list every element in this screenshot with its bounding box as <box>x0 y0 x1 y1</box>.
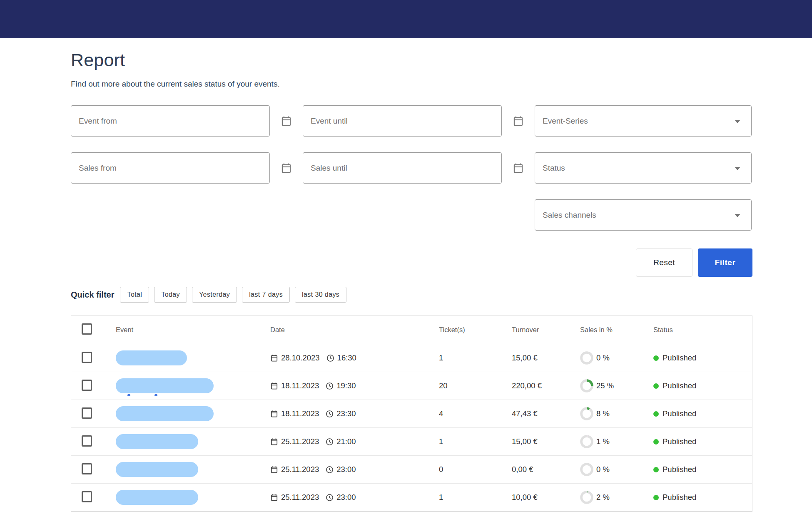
reset-button[interactable]: Reset <box>636 248 692 277</box>
select-all-checkbox[interactable] <box>82 323 92 335</box>
quick-filter-last-7-days[interactable]: last 7 days <box>242 287 290 303</box>
sales-from-input[interactable] <box>79 164 262 173</box>
tickets-count: 1 <box>439 437 512 446</box>
table-row: 25.11.2023 21:00 1 15,00 € 1 % Published <box>71 428 752 456</box>
row-checkbox[interactable] <box>82 435 92 447</box>
filter-button[interactable]: Filter <box>698 248 752 277</box>
tickets-count: 1 <box>439 353 512 363</box>
row-checkbox[interactable] <box>82 491 92 502</box>
event-name-redacted[interactable] <box>116 490 198 505</box>
status-dot-icon <box>653 439 659 445</box>
status-label: Published <box>663 381 696 390</box>
sales-donut-chart <box>580 379 593 392</box>
status-select[interactable]: Status <box>535 152 752 184</box>
date-cell: 25.11.2023 23:00 <box>270 465 439 474</box>
sales-until-input[interactable] <box>311 164 494 173</box>
chevron-down-icon <box>735 167 740 170</box>
event-name-redacted[interactable] <box>116 350 187 365</box>
turnover-value: 10,00 € <box>512 493 580 502</box>
event-from-input[interactable] <box>79 117 262 126</box>
sales-from-field[interactable] <box>71 152 270 184</box>
chevron-down-icon <box>735 120 740 123</box>
sales-until-field[interactable] <box>303 152 502 184</box>
sales-percent-label: 2 % <box>596 493 610 502</box>
table-row: 25.11.2023 23:00 1 10,00 € 2 % Published <box>71 484 752 512</box>
event-date: 25.11.2023 <box>281 437 319 446</box>
event-series-select-label: Event-Series <box>543 117 588 126</box>
quick-filter-bar: Quick filter Total Today Yesterday last … <box>71 287 752 303</box>
event-date: 25.11.2023 <box>281 465 319 474</box>
date-cell: 28.10.2023 16:30 <box>270 353 439 363</box>
top-navigation-bar <box>0 0 812 38</box>
page-subtitle: Find out more about the current sales st… <box>71 79 752 89</box>
turnover-value: 47,43 € <box>512 409 580 418</box>
calendar-icon <box>270 382 278 390</box>
sales-percent-cell: 1 % <box>580 435 653 448</box>
sales-donut-chart <box>580 435 593 448</box>
status-cell: Published <box>653 465 752 474</box>
row-checkbox[interactable] <box>82 352 92 363</box>
quick-filter-today[interactable]: Today <box>154 287 187 303</box>
status-cell: Published <box>653 493 752 502</box>
event-date: 18.11.2023 <box>281 381 319 390</box>
filter-actions: Reset Filter <box>71 248 752 277</box>
sales-from-datepicker-button[interactable] <box>281 162 292 174</box>
event-name-redacted[interactable] <box>116 406 214 421</box>
row-checkbox[interactable] <box>82 463 92 474</box>
tickets-count: 1 <box>439 493 512 502</box>
column-header-event: Event <box>116 326 270 334</box>
calendar-icon <box>281 162 292 174</box>
quick-filter-yesterday[interactable]: Yesterday <box>192 287 237 303</box>
status-cell: Published <box>653 437 752 446</box>
event-time: 21:00 <box>336 437 356 446</box>
row-checkbox[interactable] <box>82 407 92 419</box>
event-time: 23:30 <box>336 409 356 418</box>
calendar-icon <box>513 162 524 174</box>
status-label: Published <box>663 465 696 474</box>
event-date: 25.11.2023 <box>281 493 319 502</box>
event-until-field[interactable] <box>303 105 502 137</box>
event-from-field[interactable] <box>71 105 270 137</box>
sales-donut-chart <box>580 351 593 365</box>
event-until-input[interactable] <box>311 117 494 126</box>
sales-percent-label: 0 % <box>596 465 610 474</box>
quick-filter-total[interactable]: Total <box>120 287 149 303</box>
table-row: 25.11.2023 23:00 0 0,00 € 0 % Published <box>71 456 752 484</box>
column-header-date: Date <box>270 326 439 334</box>
events-table: Event Date Ticket(s) Turnover Sales in %… <box>71 315 752 512</box>
sales-percent-label: 0 % <box>596 353 610 363</box>
quick-filter-last-30-days[interactable]: last 30 days <box>295 287 346 303</box>
event-name-redacted[interactable] <box>116 378 214 393</box>
status-label: Published <box>663 437 696 446</box>
row-checkbox[interactable] <box>82 380 92 391</box>
status-dot-icon <box>653 495 659 500</box>
calendar-icon <box>270 465 278 474</box>
sales-donut-chart <box>580 463 593 476</box>
calendar-icon <box>270 437 278 446</box>
tickets-count: 4 <box>439 409 512 418</box>
status-label: Published <box>663 353 696 363</box>
event-name-redacted[interactable] <box>116 462 198 477</box>
status-dot-icon <box>653 383 659 389</box>
event-name-redacted[interactable] <box>116 434 198 449</box>
table-row: 28.10.2023 16:30 1 15,00 € 0 % Published <box>71 344 752 372</box>
sales-percent-cell: 8 % <box>580 407 653 420</box>
clock-icon <box>326 382 334 390</box>
report-page: Report Find out more about the current s… <box>71 50 752 512</box>
sales-donut-chart <box>580 407 593 420</box>
event-from-datepicker-button[interactable] <box>281 115 292 127</box>
status-dot-icon <box>653 355 659 361</box>
date-cell: 18.11.2023 23:30 <box>270 409 439 418</box>
sales-donut-chart <box>580 491 593 504</box>
event-name-redaction-dots <box>127 394 157 396</box>
event-time: 23:00 <box>336 465 356 474</box>
turnover-value: 15,00 € <box>512 437 580 446</box>
sales-until-datepicker-button[interactable] <box>513 162 524 174</box>
turnover-value: 220,00 € <box>512 381 580 390</box>
sales-percent-label: 1 % <box>596 437 610 446</box>
sales-channels-select[interactable]: Sales channels <box>535 199 752 231</box>
event-until-datepicker-button[interactable] <box>513 115 524 127</box>
table-header-row: Event Date Ticket(s) Turnover Sales in %… <box>71 316 752 344</box>
event-date: 28.10.2023 <box>281 353 320 363</box>
event-series-select[interactable]: Event-Series <box>535 105 752 137</box>
